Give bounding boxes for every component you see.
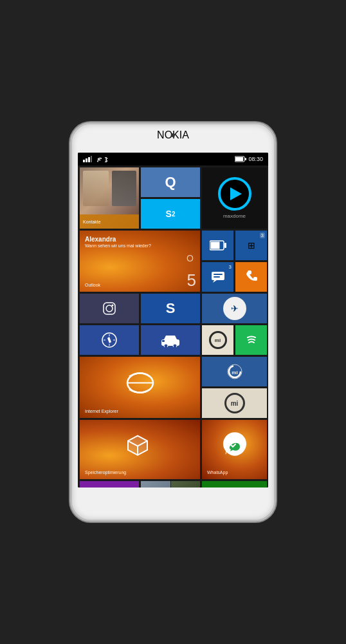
- svg-rect-7: [245, 158, 246, 160]
- car-icon: [161, 333, 180, 347]
- tiles-area[interactable]: Kontakte Q maxd: [78, 166, 268, 488]
- skype-icon: S: [166, 209, 172, 219]
- bluetooth-icon: [104, 156, 109, 162]
- battery-icon: [235, 156, 246, 162]
- tile-compass[interactable]: [80, 325, 139, 355]
- status-bar: 08:30: [78, 153, 268, 166]
- svg-rect-12: [214, 274, 223, 275]
- outlook-msg: Wann sehen wir uns mal wieder?: [85, 243, 151, 248]
- tile-shazam[interactable]: S: [141, 294, 200, 323]
- tile-q[interactable]: Q: [141, 167, 200, 197]
- svg-text:mi: mi: [232, 370, 237, 375]
- tile-kontakte[interactable]: Kontakte: [80, 167, 139, 229]
- tile-phone[interactable]: [235, 262, 267, 292]
- whatsapp-label: WhatsApp: [207, 470, 228, 475]
- fitness-icon: mi: [226, 363, 243, 380]
- svg-rect-9: [210, 242, 219, 249]
- screen: 08:30 Kontakte: [78, 153, 268, 488]
- tile-whatsapp[interactable]: WhatsApp: [202, 420, 267, 479]
- tile-spotify[interactable]: [235, 325, 267, 355]
- battery-tile-icon: [210, 240, 226, 251]
- svg-rect-2: [88, 157, 90, 162]
- skype-num: 2: [172, 211, 176, 218]
- svg-point-16: [112, 305, 114, 307]
- tile-store[interactable]: ⊞ 3: [235, 231, 267, 260]
- svg-rect-13: [214, 276, 220, 278]
- tile-fitness[interactable]: mi: [202, 357, 267, 386]
- svg-rect-11: [212, 272, 224, 280]
- tile-mi2[interactable]: mi: [202, 388, 267, 418]
- svg-point-4: [97, 161, 98, 162]
- tile-outlook[interactable]: Alexandra Wann sehen wir uns mal wieder?…: [80, 231, 200, 292]
- svg-rect-14: [104, 303, 115, 314]
- compass-icon: [101, 332, 118, 348]
- chat-icon: [211, 271, 225, 283]
- tile-skype[interactable]: S 2: [141, 199, 200, 229]
- outlook-num: 5: [187, 270, 196, 290]
- instagram-icon: [102, 301, 116, 316]
- status-icons-left: [83, 156, 109, 162]
- chat-badge: 3: [229, 264, 232, 270]
- front-camera: [171, 133, 175, 137]
- tile-car[interactable]: [141, 325, 200, 355]
- tile-ie[interactable]: Internet Explorer: [80, 357, 200, 418]
- ol-icon: O: [187, 253, 194, 263]
- mi-logo: mi: [209, 331, 227, 349]
- ie-label: Internet Explorer: [85, 409, 118, 413]
- speicher-label: Speicheroptimierung: [85, 470, 126, 475]
- store-badge: 3: [260, 232, 265, 238]
- tile-mi[interactable]: mi: [202, 325, 233, 355]
- svg-rect-3: [91, 156, 92, 162]
- signal-icon: [83, 156, 92, 162]
- tile-camera[interactable]: [80, 481, 139, 488]
- tile-stories[interactable]: 📍 Nokia Storyteller: [141, 481, 200, 488]
- tile-lufthansa[interactable]: ✈: [202, 294, 267, 323]
- storage-icon: [125, 433, 150, 459]
- phone-icon: [244, 270, 259, 284]
- maxdome-label: maxdome: [223, 213, 246, 219]
- spotify-icon: [242, 331, 260, 349]
- svg-point-20: [173, 344, 177, 347]
- svg-rect-21: [162, 340, 165, 342]
- tile-battery[interactable]: [202, 231, 233, 260]
- tile-spiele[interactable]: Spiele: [202, 481, 267, 488]
- outlook-label: Outlook: [85, 283, 100, 287]
- svg-rect-10: [224, 243, 226, 248]
- ie-icon: [124, 366, 156, 399]
- svg-rect-6: [235, 157, 243, 161]
- svg-rect-0: [83, 160, 85, 162]
- wifi-icon: [94, 156, 102, 162]
- svg-point-22: [244, 332, 259, 348]
- svg-rect-1: [86, 158, 87, 162]
- phone-device: NOKIA: [70, 122, 276, 522]
- store-icon: ⊞: [248, 240, 255, 251]
- tile-maxdome[interactable]: maxdome: [202, 167, 267, 229]
- q-icon: Q: [165, 174, 176, 191]
- tile-instagram[interactable]: [80, 294, 139, 323]
- tile-messages[interactable]: 3: [202, 262, 233, 292]
- tile-speicher[interactable]: Speicheroptimierung: [80, 420, 200, 479]
- kontakte-label: Kontakte: [83, 220, 101, 224]
- status-icons-right: 08:30: [235, 156, 263, 162]
- mi-band-icon: mi: [224, 393, 245, 413]
- svg-point-15: [106, 305, 113, 312]
- shazam-s-icon: S: [166, 300, 176, 317]
- outlook-name: Alexandra: [85, 236, 151, 243]
- time-display: 08:30: [248, 156, 263, 162]
- lufthansa-logo: ✈: [223, 297, 246, 320]
- svg-point-19: [164, 344, 168, 347]
- whatsapp-bubble-icon: [222, 434, 248, 460]
